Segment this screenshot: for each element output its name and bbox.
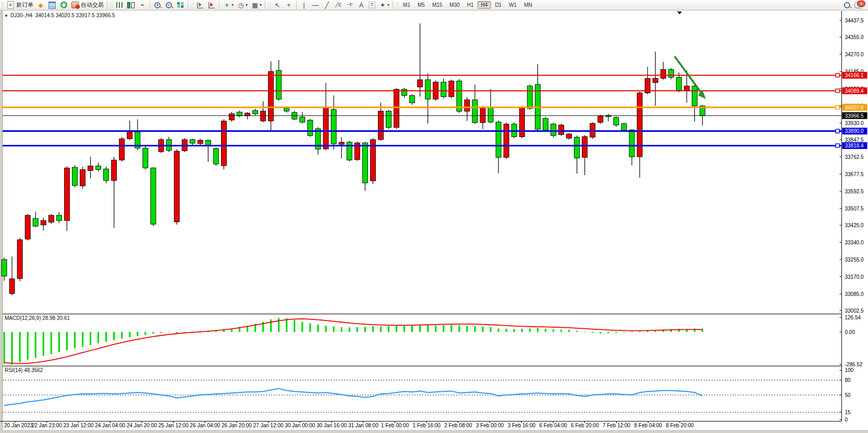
candlestick-chart-button[interactable]: [125, 1, 137, 9]
chevron-down-icon: ▾: [231, 3, 234, 7]
vertical-line-button[interactable]: |: [298, 1, 310, 9]
svg-text:22 Jan 23:00: 22 Jan 23:00: [32, 423, 62, 428]
svg-text:24 Jan 20:00: 24 Jan 20:00: [127, 423, 157, 428]
svg-text:1 Feb 16:00: 1 Feb 16:00: [413, 423, 441, 428]
hline-handle: [836, 129, 839, 133]
time-axis[interactable]: 20 Jan 202322 Jan 23:0023 Jan 12:0024 Ja…: [4, 421, 694, 428]
chart-title[interactable]: ▼DJ30-,H4 34014.5 34020.5 33917.5 33966.…: [4, 13, 115, 18]
price-label-34166.1: 34166.1: [842, 72, 867, 79]
svg-text:33762.5: 33762.5: [845, 154, 864, 160]
chart-symbol: DJ30-,H4: [10, 13, 32, 18]
svg-text:27 Jan 12:00: 27 Jan 12:00: [253, 423, 284, 428]
svg-text:33085.0: 33085.0: [845, 291, 864, 297]
fibonacci-button[interactable]: ┄F: [344, 1, 356, 9]
chat-icon: 1: [854, 2, 862, 8]
periods-button[interactable]: ◷▾: [235, 1, 249, 9]
svg-text:15: 15: [845, 410, 851, 415]
zoom-in-button[interactable]: +: [152, 1, 163, 9]
templates-button[interactable]: ▦▾: [249, 1, 263, 9]
svg-text:33847.5: 33847.5: [845, 137, 864, 143]
new-chart-button[interactable]: [46, 1, 58, 9]
chart-window-icon: [48, 2, 56, 9]
bar-chart-button[interactable]: [114, 1, 125, 9]
svg-text:8 Feb 20:00: 8 Feb 20:00: [666, 423, 694, 428]
autotrading-button[interactable]: 自动交易: [69, 1, 105, 9]
svg-text:33966.5: 33966.5: [845, 113, 864, 119]
timeframe-MN[interactable]: MN: [520, 1, 536, 9]
search-button[interactable]: [841, 1, 853, 9]
svg-text:-286.52: -286.52: [845, 362, 863, 367]
timeframe-M30[interactable]: M30: [446, 1, 463, 9]
arrows-button[interactable]: ✦▾: [377, 1, 391, 9]
svg-text:33340.0: 33340.0: [845, 240, 864, 245]
svg-text:6 Feb 20:00: 6 Feb 20:00: [571, 423, 599, 428]
svg-text:126.54: 126.54: [845, 315, 861, 320]
arrows-icon: ✦: [378, 1, 387, 9]
svg-text:33890.0: 33890.0: [845, 128, 864, 134]
vertical-line-icon: |: [300, 1, 308, 9]
svg-text:3 Feb 16:00: 3 Feb 16:00: [508, 423, 536, 428]
rsi-indicator-label: RSI(14) 48.3562: [5, 367, 43, 373]
svg-text:0: 0: [845, 417, 848, 423]
signal-icon: p: [60, 2, 67, 8]
hline-handle: [836, 105, 839, 109]
crosshair-button[interactable]: +: [283, 1, 295, 9]
toolbar-grip[interactable]: [1, 2, 4, 9]
clock-icon: ◷: [237, 1, 245, 9]
chart-canvas[interactable]: 34437.534355.034270.034185.034100.034015…: [0, 0, 868, 433]
tile-windows-button[interactable]: [175, 1, 186, 9]
svg-text:8 Feb 04:00: 8 Feb 04:00: [634, 423, 663, 428]
hline-handle: [836, 144, 839, 147]
svg-text:30 Jan 16:00: 30 Jan 16:00: [316, 423, 347, 428]
new-order-label: 新订单: [16, 1, 33, 9]
zoom-out-button[interactable]: −: [163, 1, 175, 9]
price-label-33966.5: 33966.5: [842, 112, 867, 119]
price-label-34089.4: 34089.4: [842, 88, 867, 94]
timeframe-M1[interactable]: M1: [399, 1, 414, 9]
svg-text:33507.5: 33507.5: [845, 206, 864, 212]
svg-text:0.00: 0.00: [845, 329, 855, 335]
crosshair-icon: +: [285, 1, 293, 9]
svg-text:34166.1: 34166.1: [845, 72, 864, 78]
timeframe-M5[interactable]: M5: [414, 1, 429, 9]
text-label-button[interactable]: T: [367, 1, 377, 9]
svg-text:1 Feb 00:00: 1 Feb 00:00: [381, 423, 409, 428]
indicators-button[interactable]: +▾: [221, 1, 235, 9]
cursor-button[interactable]: ↖: [272, 1, 283, 9]
signals-button[interactable]: p: [58, 1, 69, 9]
panel-splitter[interactable]: [2, 365, 868, 367]
timeframe-H1[interactable]: H1: [463, 1, 478, 9]
svg-text:34355.0: 34355.0: [845, 34, 864, 40]
new-order-button[interactable]: + 新订单: [5, 1, 35, 9]
svg-text:30 Jan 00:00: 30 Jan 00:00: [285, 423, 315, 428]
horizontal-line-button[interactable]: —: [310, 1, 321, 9]
svg-text:24 Jan 04:00: 24 Jan 04:00: [95, 423, 125, 428]
timeframe-H4[interactable]: H4: [478, 1, 492, 9]
text-button[interactable]: A: [356, 1, 367, 9]
candlestick-icon: [127, 1, 135, 9]
notifications-button[interactable]: 1: [853, 1, 868, 9]
chart-shift-icon: [209, 2, 215, 8]
autotrading-icon: [71, 2, 79, 8]
main-toolbar: + 新订单 ◆ p 自动交易 ⌁ + − +▾ ◷▾ ▦▾ ↖ + | — ╱ …: [0, 0, 868, 10]
svg-text:80: 80: [845, 377, 851, 383]
channel-icon: ╱E: [334, 1, 343, 9]
market-watch-button[interactable]: ◆: [35, 1, 46, 9]
timeframe-D1[interactable]: D1: [491, 1, 505, 9]
svg-text:34437.5: 34437.5: [845, 18, 864, 23]
auto-scroll-button[interactable]: [194, 1, 206, 9]
panel-splitter[interactable]: [2, 313, 868, 315]
trendline-button[interactable]: ╱: [321, 1, 333, 9]
timeframe-M15[interactable]: M15: [429, 1, 446, 9]
trendline-icon: ╱: [323, 1, 331, 9]
macd-indicator-label: MACD(12,26,9) 28.98 20.61: [5, 315, 70, 321]
chart-shift-button[interactable]: [206, 1, 217, 9]
search-icon: [844, 2, 850, 8]
svg-text:33002.5: 33002.5: [845, 308, 864, 314]
line-chart-button[interactable]: ⌁: [137, 1, 148, 9]
equidistant-channel-button[interactable]: ╱E: [333, 1, 344, 9]
price-label-33890.0: 33890.0: [842, 128, 867, 134]
timeframe-W1[interactable]: W1: [505, 1, 520, 9]
svg-text:33170.0: 33170.0: [845, 274, 864, 280]
svg-text:6 Feb 04:00: 6 Feb 04:00: [539, 423, 567, 428]
